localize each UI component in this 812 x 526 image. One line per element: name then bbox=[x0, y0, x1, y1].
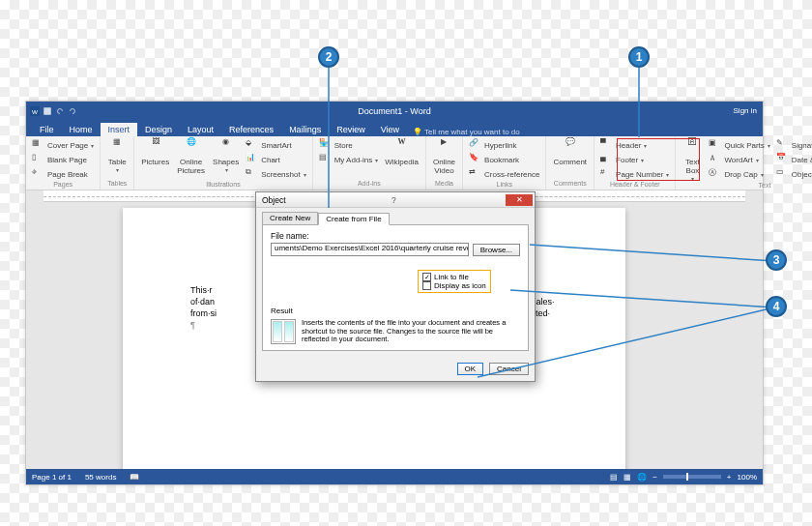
drop-cap-button[interactable]: ⒶDrop Cap bbox=[707, 167, 771, 181]
video-icon: ▶ bbox=[434, 138, 453, 158]
online-pictures-button[interactable]: 🌐Online Pictures bbox=[174, 138, 208, 176]
file-name-input[interactable]: uments\Demo Exercises\Excel 2016\quarter… bbox=[271, 243, 469, 256]
quick-parts-button[interactable]: ▣Quick Parts bbox=[707, 138, 771, 152]
chart-button[interactable]: 📊Chart bbox=[244, 153, 307, 166]
tab-review[interactable]: Review bbox=[329, 123, 373, 136]
close-icon[interactable]: ✕ bbox=[506, 194, 533, 206]
redo-icon[interactable] bbox=[68, 106, 77, 116]
bookmark-icon: 🔖 bbox=[469, 153, 482, 166]
group-header-footer: ▀Header ▄Footer #Page Number Header & Fo… bbox=[594, 136, 676, 190]
page-number-button[interactable]: #Page Number bbox=[598, 167, 671, 181]
group-media: ▶Online Video Media bbox=[426, 136, 463, 190]
pictures-button[interactable]: 🖼Pictures bbox=[138, 138, 172, 167]
cross-reference-button[interactable]: ⇄Cross-reference bbox=[467, 167, 541, 181]
tab-design[interactable]: Design bbox=[137, 123, 180, 136]
callout-2: 2 bbox=[318, 46, 339, 68]
display-as-icon-checkbox[interactable] bbox=[422, 281, 431, 290]
status-bar: Page 1 of 1 55 words 📖 ▤ ▦ 🌐 − + 100% bbox=[26, 469, 763, 484]
store-button[interactable]: 🏪Store bbox=[317, 138, 381, 152]
table-icon: ▦ bbox=[107, 138, 127, 158]
page-icon: ▦ bbox=[32, 138, 45, 152]
cover-page-button[interactable]: ▦Cover Page bbox=[30, 138, 96, 152]
zoom-slider[interactable] bbox=[663, 475, 721, 479]
web-layout-icon[interactable]: 🌐 bbox=[637, 473, 647, 482]
tab-create-new[interactable]: Create New bbox=[262, 212, 318, 224]
tab-layout[interactable]: Layout bbox=[180, 123, 221, 136]
date-time-button[interactable]: 📅Date & Time bbox=[774, 153, 812, 166]
footer-button[interactable]: ▄Footer bbox=[598, 153, 671, 166]
comment-button[interactable]: 💬Comment bbox=[550, 138, 590, 167]
result-description: Inserts the contents of the file into yo… bbox=[302, 319, 520, 344]
shapes-icon: ◉ bbox=[217, 138, 236, 158]
textbox-button[interactable]: 🄰Text Box bbox=[680, 138, 705, 182]
group-pages: ▦Cover Page ▯Blank Page ⎆Page Break Page… bbox=[26, 136, 101, 190]
smartart-icon: ⬙ bbox=[246, 138, 259, 152]
hyperlink-button[interactable]: 🔗Hyperlink bbox=[467, 138, 541, 152]
link-to-file-checkbox[interactable]: ✓ bbox=[422, 273, 431, 281]
break-icon: ⎆ bbox=[32, 167, 45, 181]
online-video-button[interactable]: ▶Online Video bbox=[430, 138, 458, 176]
tab-home[interactable]: Home bbox=[62, 123, 101, 136]
signin[interactable]: Sign in bbox=[734, 106, 757, 115]
page-break-button[interactable]: ⎆Page Break bbox=[30, 167, 96, 181]
page-icon: ▯ bbox=[32, 153, 45, 166]
word-count[interactable]: 55 words bbox=[85, 473, 116, 482]
tab-view[interactable]: View bbox=[373, 123, 407, 136]
crossref-icon: ⇄ bbox=[469, 167, 482, 181]
svg-text:W: W bbox=[32, 107, 38, 114]
screenshot-button[interactable]: ⧉Screenshot bbox=[244, 167, 307, 181]
my-addins-button[interactable]: ▤My Add-ins bbox=[317, 153, 381, 166]
object-icon: ▭ bbox=[776, 167, 790, 181]
tab-file[interactable]: File bbox=[32, 123, 62, 136]
print-layout-icon[interactable]: ▦ bbox=[624, 473, 631, 482]
header-icon: ▀ bbox=[600, 138, 614, 152]
header-button[interactable]: ▀Header bbox=[598, 138, 671, 152]
smartart-button[interactable]: ⬙SmartArt bbox=[244, 138, 307, 152]
read-mode-icon[interactable]: ▤ bbox=[610, 473, 618, 482]
object-button[interactable]: ▭Object bbox=[774, 167, 812, 181]
save-icon[interactable] bbox=[43, 106, 52, 116]
group-comments: 💬Comment Comments bbox=[546, 136, 594, 190]
proofing-icon[interactable]: 📖 bbox=[130, 473, 139, 482]
browse-button[interactable]: Browse... bbox=[473, 244, 520, 256]
wordart-button[interactable]: ＡWordArt bbox=[707, 153, 771, 166]
tellme[interactable]: 💡Tell me what you want to do bbox=[413, 128, 520, 136]
help-icon[interactable]: ? bbox=[392, 195, 396, 205]
group-illustrations: 🖼Pictures 🌐Online Pictures ◉Shapes ⬙Smar… bbox=[134, 136, 312, 190]
ribbon-tabs: File Home Insert Design Layout Reference… bbox=[26, 120, 763, 136]
table-button[interactable]: ▦Table bbox=[104, 138, 130, 173]
zoom-level[interactable]: 100% bbox=[738, 473, 757, 482]
signature-line-button[interactable]: ✎Signature Line bbox=[774, 138, 812, 152]
shapes-button[interactable]: ◉Shapes bbox=[210, 138, 242, 173]
undo-icon[interactable] bbox=[55, 106, 65, 116]
bulb-icon: 💡 bbox=[413, 128, 422, 136]
dialog-title: Object bbox=[262, 195, 286, 205]
addins-icon: ▤ bbox=[319, 153, 333, 166]
object-dialog: Object ? ✕ Create New Create from File F… bbox=[255, 191, 536, 382]
callout-3: 3 bbox=[766, 249, 787, 271]
online-picture-icon: 🌐 bbox=[182, 138, 201, 158]
result-label: Result bbox=[271, 307, 520, 315]
page-indicator[interactable]: Page 1 of 1 bbox=[32, 473, 72, 482]
wikipedia-button[interactable]: WWikipedia bbox=[382, 138, 421, 167]
picture-icon: 🖼 bbox=[146, 138, 165, 158]
tab-references[interactable]: References bbox=[221, 123, 281, 136]
tab-mailings[interactable]: Mailings bbox=[281, 123, 329, 136]
dialog-titlebar[interactable]: Object ? ✕ bbox=[256, 192, 535, 208]
tab-create-from-file[interactable]: Create from File bbox=[318, 213, 389, 225]
comment-icon: 💬 bbox=[561, 138, 580, 158]
ok-button[interactable]: OK bbox=[457, 363, 484, 375]
checkbox-highlight: ✓Link to file Display as icon bbox=[418, 270, 491, 293]
cancel-button[interactable]: Cancel bbox=[489, 363, 529, 375]
zoom-in-icon[interactable]: + bbox=[727, 473, 732, 482]
zoom-out-icon[interactable]: − bbox=[652, 473, 657, 482]
wikipedia-icon: W bbox=[392, 138, 412, 158]
blank-page-button[interactable]: ▯Blank Page bbox=[30, 153, 96, 166]
bookmark-button[interactable]: 🔖Bookmark bbox=[467, 153, 541, 166]
word-icon: W bbox=[30, 106, 40, 116]
screenshot-icon: ⧉ bbox=[246, 167, 259, 181]
tab-insert[interactable]: Insert bbox=[101, 123, 138, 136]
file-name-label: File name: bbox=[271, 231, 520, 241]
signature-icon: ✎ bbox=[776, 138, 790, 152]
wordart-icon: Ａ bbox=[709, 153, 722, 166]
